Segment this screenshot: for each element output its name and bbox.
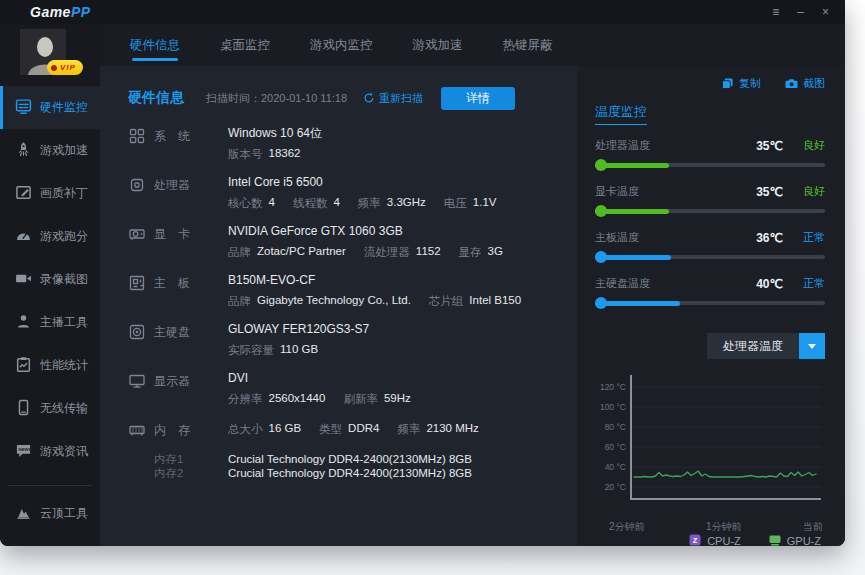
vip-label: VIP xyxy=(60,63,76,72)
hw-row-label: 显示器 xyxy=(154,371,228,407)
spec-pair: 总大小16 GB xyxy=(228,422,301,437)
menu-icon[interactable]: ≡ xyxy=(772,6,779,18)
hw-row-title: DVI xyxy=(228,371,571,386)
svg-text:NEWS: NEWS xyxy=(19,447,32,452)
rescan-label: 重新扫描 xyxy=(379,91,423,106)
sidebar-item-2[interactable]: 画质补丁 xyxy=(0,172,100,215)
hw-sub-value: Crucial Technology DDR4-2400(2130MHz) 8G… xyxy=(228,464,571,480)
minimize-icon[interactable]: – xyxy=(797,6,804,18)
sidebar-item-label: 云顶工具 xyxy=(40,505,88,522)
spec-key: 核心数 xyxy=(228,196,263,211)
app-window: GamePP ≡ – × VIP xyxy=(0,0,845,546)
hw-row: 系 统Windows 10 64位版本号18362 xyxy=(128,126,571,162)
spec-pair: 版本号18362 xyxy=(228,147,300,162)
copy-button[interactable]: 复制 xyxy=(721,76,761,91)
spec-key: 实际容量 xyxy=(228,343,274,358)
user-profile: VIP xyxy=(0,24,100,84)
spec-value: 4 xyxy=(333,196,339,211)
svg-text:60 °C: 60 °C xyxy=(605,442,626,452)
hardware-info-header: 硬件信息 扫描时间：2020-01-10 11:18 重新扫描 详情 xyxy=(128,86,571,110)
sidebar-item-label: 游戏加速 xyxy=(40,142,88,159)
rescan-button[interactable]: 重新扫描 xyxy=(363,91,423,106)
spec-value: 4 xyxy=(269,196,275,211)
spec-value: 18362 xyxy=(269,147,301,162)
selector-value: 处理器温度 xyxy=(707,333,799,359)
details-button[interactable]: 详情 xyxy=(441,87,515,110)
sidebar-item-6[interactable]: 性能统计 xyxy=(0,344,100,387)
svg-text:40 °C: 40 °C xyxy=(605,462,626,472)
sidebar-item-1[interactable]: 游戏加速 xyxy=(0,129,100,172)
spec-key: 线程数 xyxy=(293,196,328,211)
news-bubble-icon: NEWS xyxy=(15,442,32,462)
tab-1[interactable]: 桌面监控 xyxy=(220,24,270,66)
sidebar-item-8[interactable]: NEWS游戏资讯 xyxy=(0,430,100,473)
temperature-line-chart: 20 °C40 °C60 °C80 °C100 °C120 °C xyxy=(595,367,827,513)
cpuz-icon: Z xyxy=(689,534,701,546)
temperature-label: 主板温度 xyxy=(595,230,756,245)
temperature-label: 主硬盘温度 xyxy=(595,276,756,291)
hw-row-title: NVIDIA GeForce GTX 1060 3GB xyxy=(228,224,571,239)
temperature-monitor-title[interactable]: 温度监控 xyxy=(595,103,647,125)
spec-pair: 电压1.1V xyxy=(444,196,497,211)
slider-knob-icon[interactable] xyxy=(595,297,607,309)
sidebar-item-3[interactable]: 游戏跑分 xyxy=(0,215,100,258)
slider-knob-icon[interactable] xyxy=(595,159,607,171)
tab-2[interactable]: 游戏内监控 xyxy=(310,24,373,66)
temperature-value: 40℃ xyxy=(756,277,783,291)
page-title: 硬件信息 xyxy=(128,89,184,107)
sidebar-item-0[interactable]: 硬件监控 xyxy=(0,86,100,129)
slider-fill xyxy=(595,301,680,306)
tab-3[interactable]: 游戏加速 xyxy=(413,24,463,66)
hardware-list: 系 统Windows 10 64位版本号18362处理器Intel Core i… xyxy=(128,126,571,484)
sidebar: VIP 硬件监控游戏加速画质补丁游戏跑分录像截图主播工具性能统计无线传输NEWS… xyxy=(0,24,100,546)
svg-text:120 °C: 120 °C xyxy=(600,382,626,392)
sidebar-item-7[interactable]: 无线传输 xyxy=(0,387,100,430)
vip-badge: VIP xyxy=(47,60,83,75)
spec-key: 类型 xyxy=(319,422,342,437)
hw-row: 内 存总大小16 GB类型DDR4频率2130 MHz xyxy=(128,420,571,443)
motherboard-icon xyxy=(128,273,154,309)
spec-key: 显存 xyxy=(459,245,482,260)
temperature-slider[interactable] xyxy=(595,159,825,171)
screenshot-button[interactable]: 截图 xyxy=(785,76,825,91)
gpu-z-button[interactable]: GPU-Z xyxy=(769,534,821,546)
gpu-icon xyxy=(128,224,154,260)
spec-key: 品牌 xyxy=(228,294,251,309)
sidebar-item-cloud-tools[interactable]: 云顶工具 xyxy=(0,492,100,535)
slider-knob-icon[interactable] xyxy=(595,205,607,217)
spec-pair: 实际容量110 GB xyxy=(228,343,318,358)
temperature-value: 35℃ xyxy=(756,185,783,199)
sidebar-item-label: 性能统计 xyxy=(40,357,88,374)
hardware-info-panel: 硬件信息 扫描时间：2020-01-10 11:18 重新扫描 详情 系 统Wi… xyxy=(100,66,577,546)
hw-row-label: 主 板 xyxy=(154,273,228,309)
hw-sub-label: 内存2 xyxy=(154,464,228,481)
tab-4[interactable]: 热键屏蔽 xyxy=(503,24,553,66)
spec-pair: 品牌Zotac/PC Partner xyxy=(228,245,346,260)
gpuz-icon xyxy=(769,534,781,546)
chevron-down-icon[interactable] xyxy=(799,333,825,359)
temperature-list: 处理器温度35℃良好显卡温度35℃良好主板温度36℃正常主硬盘温度40℃正常 xyxy=(595,125,825,309)
chart-x-label: 2分钟前 xyxy=(609,520,645,534)
hw-row: 主 板B150M-EVO-CF品牌Gigabyte Technology Co.… xyxy=(128,273,571,309)
sidebar-item-label: 无线传输 xyxy=(40,400,88,417)
temperature-value: 36℃ xyxy=(756,231,783,245)
temperature-slider[interactable] xyxy=(595,251,825,263)
temperature-slider[interactable] xyxy=(595,205,825,217)
sidebar-item-4[interactable]: 录像截图 xyxy=(0,258,100,301)
spec-value: 3G xyxy=(488,245,503,260)
cpu-z-button[interactable]: ZCPU-Z xyxy=(689,534,741,546)
close-icon[interactable]: × xyxy=(822,6,829,18)
temperature-item: 处理器温度35℃良好 xyxy=(595,138,825,171)
hw-row-specs: 总大小16 GB类型DDR4频率2130 MHz xyxy=(228,422,571,437)
temperature-slider[interactable] xyxy=(595,297,825,309)
spec-pair: 显存3G xyxy=(459,245,503,260)
svg-text:100 °C: 100 °C xyxy=(600,402,626,412)
streamer-person-icon xyxy=(15,313,32,333)
sidebar-item-5[interactable]: 主播工具 xyxy=(0,301,100,344)
chart-metric-selector[interactable]: 处理器温度 xyxy=(707,333,825,359)
disk-icon xyxy=(128,322,154,358)
tab-0[interactable]: 硬件信息 xyxy=(130,24,180,66)
slider-knob-icon[interactable] xyxy=(595,251,607,263)
hw-row-values: Intel Core i5 6500核心数4线程数4频率3.3GHz电压1.1V xyxy=(228,175,571,211)
logo-pp: PP xyxy=(71,4,91,20)
